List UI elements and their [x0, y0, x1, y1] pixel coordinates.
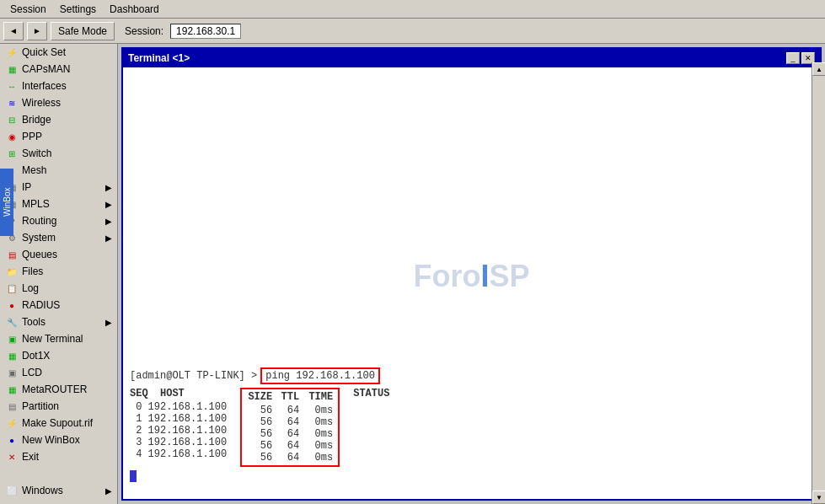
- sidebar-item-log[interactable]: 📋 Log: [0, 280, 117, 297]
- sidebar-item-label: Tools: [22, 316, 46, 328]
- terminal-minimize-button[interactable]: _: [786, 52, 800, 64]
- sidebar-item-exit[interactable]: ✕ Exit: [0, 448, 117, 465]
- ping-results: SEQ HOST 0 192.168.1.100 1 192.168.1.100…: [130, 388, 803, 467]
- sidebar-item-system[interactable]: ⚙ System ▶: [0, 229, 117, 246]
- size-ttl-table: SIZE TTL TIME 56 64 0ms: [240, 388, 340, 467]
- menu-dashboard[interactable]: Dashboard: [103, 2, 166, 17]
- terminal-window: Terminal <1> _ ✕ ForoISP [admi: [121, 47, 822, 501]
- size-value: 56: [247, 452, 272, 464]
- sidebar-item-routing[interactable]: ↗ Routing ▶: [0, 212, 117, 229]
- sidebar-item-dot1x[interactable]: ▦ Dot1X: [0, 347, 117, 364]
- back-button[interactable]: ◄: [3, 22, 24, 40]
- seq-host-table: SEQ HOST 0 192.168.1.100 1 192.168.1.100…: [130, 388, 227, 467]
- sidebar-item-mesh[interactable]: ● Mesh: [0, 162, 117, 179]
- sidebar-item-bridge[interactable]: ⊟ Bridge: [0, 111, 117, 128]
- status-column: STATUS: [353, 388, 389, 467]
- seq-host-header: SEQ HOST: [130, 388, 227, 399]
- table-row: 56 64 0ms: [247, 452, 333, 464]
- sidebar-item-lcd[interactable]: ▣ LCD: [0, 364, 117, 381]
- sidebar-item-quick-set[interactable]: ⚡ Quick Set: [0, 44, 117, 61]
- sidebar-item-switch[interactable]: ⊞ Switch: [0, 145, 117, 162]
- sidebar-item-label: Wireless: [22, 97, 61, 109]
- sidebar-item-capsman[interactable]: ▦ CAPsMAN: [0, 61, 117, 78]
- sidebar-item-label: System: [22, 232, 56, 244]
- table-row: 1 192.168.1.100: [130, 413, 227, 425]
- menu-session[interactable]: Session: [3, 2, 53, 17]
- time-value: 0ms: [306, 416, 333, 428]
- ip-arrow-icon: ▶: [105, 183, 112, 192]
- scroll-up-button[interactable]: ▲: [812, 67, 820, 76]
- seq-header: SEQ HOST: [130, 388, 185, 399]
- partition-icon: ▤: [5, 399, 19, 413]
- ttl-value: 64: [279, 428, 299, 440]
- scroll-down-button[interactable]: ▼: [812, 491, 820, 499]
- sidebar-item-wireless[interactable]: ≋ Wireless: [0, 94, 117, 111]
- sidebar-item-ip[interactable]: ▦ IP ▶: [0, 179, 117, 196]
- sidebar-item-radius[interactable]: ● RADIUS: [0, 297, 117, 314]
- sidebar-item-label: Exit: [22, 451, 39, 463]
- log-icon: 📋: [5, 281, 19, 295]
- sidebar-item-label: LCD: [22, 367, 42, 378]
- queues-icon: ▤: [5, 248, 19, 261]
- status-header: STATUS: [353, 388, 389, 399]
- metarouter-icon: ▦: [5, 383, 19, 396]
- system-arrow-icon: ▶: [105, 233, 112, 243]
- content-area: Terminal <1> _ ✕ ForoISP [admi: [118, 44, 825, 504]
- sidebar-item-files[interactable]: 📁 Files: [0, 263, 117, 280]
- ttl-value: 64: [279, 440, 299, 452]
- sidebar-item-new-terminal[interactable]: ▣ New Terminal: [0, 330, 117, 347]
- session-value: 192.168.30.1: [170, 24, 241, 39]
- sidebar-item-label: Switch: [22, 147, 51, 159]
- size-ttl-header: SIZE TTL TIME: [247, 391, 333, 403]
- watermark-text-foro: Foro: [413, 259, 480, 293]
- time-value: 0ms: [306, 452, 333, 464]
- sidebar-item-label: Make Supout.rif: [22, 417, 93, 429]
- sidebar-item-interfaces[interactable]: ↔ Interfaces: [0, 78, 117, 94]
- forward-button[interactable]: ►: [27, 22, 47, 40]
- tools-icon: 🔧: [5, 315, 19, 329]
- sidebar-item-queues[interactable]: ▤ Queues: [0, 246, 117, 263]
- size-value: 56: [247, 428, 272, 440]
- cursor-line: [130, 470, 803, 482]
- interfaces-icon: ↔: [5, 79, 19, 93]
- sidebar-item-new-winbox[interactable]: ● New WinBox: [0, 432, 117, 448]
- sidebar-item-label: Files: [22, 265, 43, 277]
- ping-command: ping 192.168.1.100: [260, 367, 380, 384]
- table-row: 4 192.168.1.100: [130, 448, 227, 460]
- scrollbar-track: [812, 76, 820, 491]
- menubar: Session Settings Dashboard: [0, 0, 825, 19]
- sidebar-item-metarouter[interactable]: ▦ MetaROUTER: [0, 381, 117, 398]
- prompt-line: [admin@OLT TP-LINK] > ping 192.168.1.100: [130, 367, 803, 384]
- sidebar: ⚡ Quick Set ▦ CAPsMAN ↔ Interfaces ≋ Wir…: [0, 44, 118, 504]
- sidebar-item-label: Bridge: [22, 114, 51, 126]
- sidebar-item-make-supout[interactable]: ⚡ Make Supout.rif: [0, 415, 117, 432]
- sidebar-item-tools[interactable]: 🔧 Tools ▶: [0, 314, 117, 330]
- size-value: 56: [247, 405, 272, 416]
- switch-icon: ⊞: [5, 147, 19, 160]
- bridge-icon: ⊟: [5, 113, 19, 126]
- size-header: SIZE: [247, 391, 272, 403]
- safe-mode-button[interactable]: Safe Mode: [51, 22, 115, 40]
- sidebar-item-label: Interfaces: [22, 80, 67, 92]
- ttl-value: 64: [279, 452, 299, 464]
- size-value: 56: [247, 416, 272, 428]
- sidebar-item-label: PPP: [22, 131, 42, 142]
- watermark-text-sp: SP: [489, 259, 529, 293]
- watermark-dot: I: [480, 259, 489, 293]
- toolbar: ◄ ► Safe Mode Session: 192.168.30.1: [0, 19, 825, 44]
- make-supout-icon: ⚡: [5, 416, 19, 430]
- terminal-content: [admin@OLT TP-LINK] > ping 192.168.1.100…: [130, 367, 803, 482]
- sidebar-item-ppp[interactable]: ◉ PPP: [0, 128, 117, 145]
- session-label: Session:: [125, 25, 163, 37]
- sidebar-item-label: Routing: [22, 215, 56, 227]
- sidebar-item-partition[interactable]: ▤ Partition: [0, 398, 117, 415]
- menu-settings[interactable]: Settings: [53, 2, 103, 17]
- sidebar-item-label: Partition: [22, 400, 59, 412]
- terminal-body[interactable]: ForoISP [admin@OLT TP-LINK] > ping 192.1…: [123, 67, 820, 499]
- sidebar-item-mpls[interactable]: ▦ MPLS ▶: [0, 196, 117, 212]
- sidebar-item-label: New WinBox: [22, 434, 80, 446]
- wireless-icon: ≋: [5, 96, 19, 110]
- table-row: 0 192.168.1.100: [130, 401, 227, 413]
- terminal-scrollbar: ▲ ▼: [812, 67, 820, 499]
- sidebar-item-windows[interactable]: ⬜ Windows ▶: [0, 482, 117, 499]
